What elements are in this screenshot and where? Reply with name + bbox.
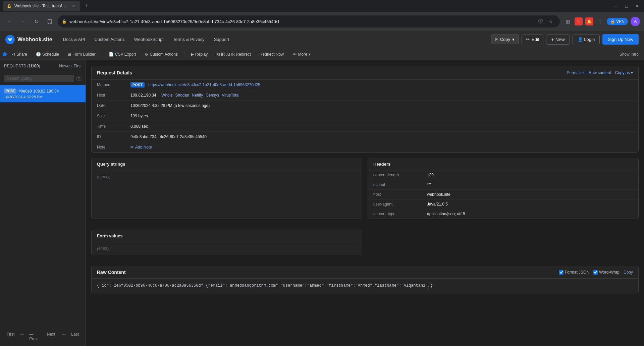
more-btn[interactable]: ••• More ▾: [289, 50, 314, 58]
edit-button[interactable]: ✏ Edit: [522, 35, 543, 44]
nav-docs-api[interactable]: Docs & API: [59, 35, 89, 44]
raw-copy-btn[interactable]: Copy: [624, 270, 633, 275]
method-badge: POST: [4, 89, 16, 94]
table-row: content-length 139: [368, 170, 638, 180]
toolbar-separator-2: [184, 51, 184, 58]
tab-close-btn[interactable]: ✕: [71, 3, 76, 9]
censys-link[interactable]: Censys: [206, 93, 219, 98]
table-row: Note ✏ Add Note: [92, 142, 638, 153]
requests-count-label: REQUESTS (1/100): [4, 64, 40, 68]
profile-icon[interactable]: A: [631, 17, 640, 26]
request-list-item[interactable]: POST #9e0e8 109.82.190.34 10/30/2024 4:3…: [0, 85, 86, 103]
word-wrap-checkbox[interactable]: Word-Wrap: [593, 270, 620, 275]
whois-link[interactable]: Whois: [161, 93, 172, 98]
app-header: W Webhook.site Docs & API Custom Actions…: [0, 31, 644, 48]
copy-button[interactable]: ⎘ Copy ▾: [491, 35, 519, 44]
nav-webhookscript[interactable]: WebhookScript: [130, 35, 168, 44]
shodan-link[interactable]: Shodan: [175, 93, 189, 98]
share-btn[interactable]: ⊲ Share: [8, 50, 31, 58]
note-value: ✏ Add Note: [125, 142, 638, 153]
header-value: webhook.site: [422, 190, 638, 199]
browser-extensions: ⊞ 🔴 🔔 ⋮ 🔒 VPN A: [564, 17, 640, 26]
redirect-now-btn[interactable]: Redirect Now: [256, 50, 287, 58]
prev-page-btn[interactable]: — Prev: [26, 331, 41, 343]
main-layout: REQUESTS (1/100) Newest First ? POST #9e…: [0, 60, 644, 346]
security-lock-icon: 🔒: [62, 19, 67, 24]
replay-btn[interactable]: ▶ Replay: [187, 50, 211, 58]
header-value: Java/21.0.5: [422, 199, 638, 209]
copy-icon: ⎘: [495, 37, 498, 42]
search-help-icon[interactable]: ?: [76, 76, 82, 81]
extensions-icon[interactable]: ⊞: [564, 17, 572, 25]
new-button[interactable]: + New: [546, 35, 570, 45]
app-container: W Webhook.site Docs & API Custom Actions…: [0, 31, 644, 346]
close-button[interactable]: ✕: [633, 2, 641, 10]
search-input[interactable]: [4, 75, 74, 82]
forward-button[interactable]: →: [17, 16, 28, 27]
add-note-btn[interactable]: ✏ Add Note: [130, 145, 633, 150]
xhr-icon: XHR: [216, 52, 225, 57]
format-json-checkbox[interactable]: Format JSON: [559, 270, 589, 275]
nav-terms-privacy[interactable]: Terms & Privacy: [169, 35, 209, 44]
first-page-btn[interactable]: First: [4, 331, 17, 343]
status-dot: [3, 52, 7, 56]
schedule-btn[interactable]: 🕐 Schedule: [32, 50, 63, 58]
host-lookup-links: Whois Shodan Netlify Censys VirusTotal: [161, 93, 239, 98]
table-row: content-type application/json; utf-8: [368, 209, 638, 219]
nav-support[interactable]: Support: [210, 35, 233, 44]
logo-text: Webhook.site: [17, 37, 52, 43]
id-value: 9e0e8abd-734c-4c26-80c7-2a8e35c45540: [125, 132, 638, 142]
headers-table: content-length 139 accept */* host webho…: [368, 170, 638, 219]
permalink-link[interactable]: Permalink: [567, 70, 585, 75]
raw-content-panel: Raw Content Format JSON Word-Wrap Copy: [91, 266, 639, 293]
maximize-button[interactable]: □: [623, 2, 631, 10]
url-star-icon[interactable]: ☆: [546, 17, 556, 26]
header-key: user-agent: [368, 199, 422, 209]
signup-button[interactable]: Sign Up Now: [602, 34, 639, 45]
form-builder-btn[interactable]: ⊞ Form Builder: [64, 50, 99, 58]
settings-icon[interactable]: ⋮: [596, 17, 604, 25]
nav-custom-actions[interactable]: Custom Actions: [90, 35, 128, 44]
active-tab[interactable]: 🪝 Webhook.site - Test, transform ✕: [3, 1, 80, 11]
extension-icon-2[interactable]: 🔔: [585, 17, 593, 25]
login-button[interactable]: 👤 Login: [573, 35, 600, 44]
raw-content-link[interactable]: Raw content: [589, 70, 611, 75]
custom-actions-btn[interactable]: ⚙ Custom Actions: [141, 50, 181, 58]
table-row: accept */*: [368, 180, 638, 190]
show-intro-btn[interactable]: Show Intro: [617, 51, 641, 58]
new-tab-button[interactable]: +: [82, 1, 91, 11]
request-details-header: Request Details Permalink Raw content Co…: [92, 66, 638, 80]
virustotal-link[interactable]: VirusTotal: [222, 93, 239, 98]
raw-content-header: Raw Content Format JSON Word-Wrap Copy: [92, 266, 638, 279]
word-wrap-input[interactable]: [593, 270, 598, 275]
user-icon: 👤: [578, 37, 583, 42]
request-url-link[interactable]: https://webhook.site/e3c4fcc7-1a21-40d3-…: [148, 82, 260, 87]
bookmark-button[interactable]: [44, 16, 55, 27]
plus-icon: +: [551, 37, 554, 42]
csv-export-btn[interactable]: 📄 CSV Export: [105, 50, 140, 58]
post-method-badge: POST: [130, 82, 145, 88]
query-strings-empty: (empty): [92, 170, 362, 183]
edit-icon: ✏: [526, 37, 530, 42]
minimize-button[interactable]: ─: [612, 2, 620, 10]
form-values-empty: (empty): [92, 242, 362, 255]
netlify-link[interactable]: Netlify: [192, 93, 203, 98]
url-info-icon[interactable]: ⓘ: [536, 17, 545, 26]
format-json-input[interactable]: [559, 270, 564, 275]
url-bar[interactable]: 🔒 webhook.site/#!/view/e3c4fcc7-1a21-40d…: [58, 15, 560, 27]
extension-icon-1[interactable]: 🔴: [575, 17, 583, 25]
vpn-badge[interactable]: 🔒 VPN: [607, 18, 628, 25]
xhr-redirect-btn[interactable]: XHR XHR Redirect: [213, 50, 255, 58]
id-label: ID: [92, 132, 125, 142]
last-page-btn[interactable]: Last: [68, 331, 82, 343]
table-row: host webhook.site: [368, 190, 638, 199]
tab-title: Webhook.site - Test, transform: [14, 4, 68, 8]
toolbar: ⊲ Share 🕐 Schedule ⊞ Form Builder 📄 CSV …: [0, 48, 644, 60]
next-page-btn[interactable]: Next —: [44, 331, 59, 343]
reload-button[interactable]: ↻: [31, 16, 42, 27]
copy-dropdown-arrow: ▾: [512, 37, 515, 42]
back-button[interactable]: ←: [4, 16, 15, 27]
app-logo: W Webhook.site: [5, 35, 52, 44]
play-icon: ▶: [191, 52, 194, 57]
copy-as-dropdown[interactable]: Copy as ▾: [615, 70, 633, 75]
